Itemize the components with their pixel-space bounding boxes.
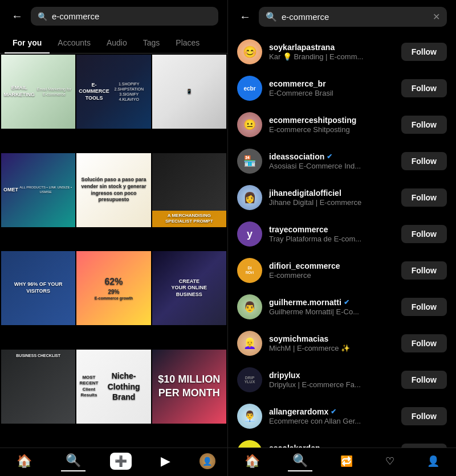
grid-item[interactable]: A MERCHANDISING SPECIALIST PROMPT [152, 153, 226, 227]
follow-button-shit[interactable]: Follow [401, 116, 447, 134]
follow-button-guilherme[interactable]: Follow [401, 298, 447, 316]
avatar-difiori[interactable]: DifiOri [237, 258, 262, 283]
follow-button-dripylux[interactable]: Follow [401, 371, 447, 389]
account-subtitle: Guilherme Mornatti| E-Co... [269, 307, 394, 316]
account-info-allan: allangerardomx ✔ Ecommerce con Allan Ger… [269, 407, 394, 425]
account-row-ecbr: ecbr ecommerce_br E-Commerce Brasil Foll… [228, 70, 456, 106]
home-nav-right[interactable]: 🏠 [240, 452, 264, 471]
tab-accounts[interactable]: Accounts [50, 32, 99, 53]
account-username[interactable]: allangerardomx ✔ [269, 407, 394, 416]
profile-nav-right[interactable]: 👤 [422, 453, 444, 470]
follow-button-allan[interactable]: Follow [401, 407, 447, 425]
account-username[interactable]: ideassociation ✔ [269, 152, 394, 161]
search-icon-right: 🔍 [266, 11, 277, 22]
follow-button-ideas[interactable]: Follow [401, 152, 447, 170]
follow-button-difiori[interactable]: Follow [401, 261, 447, 280]
account-username[interactable]: ecommerce_br [269, 79, 394, 88]
grid-item[interactable]: WHY 96% OF YOUR VISITORS [1, 251, 75, 325]
account-info-jihan: jihanedigitalofficiel Jihane Digital | E… [269, 188, 394, 207]
grid-item[interactable]: Solución paso a paso para vender sin sto… [76, 153, 150, 227]
avatar-dripylux[interactable]: DRIPYLUX [237, 367, 262, 392]
avatar-soykarla[interactable]: 😊 [237, 39, 262, 64]
grid-item-label: A MERCHANDISING SPECIALIST PROMPT [152, 211, 226, 227]
tab-tags[interactable]: Tags [135, 32, 168, 53]
activity-nav-right[interactable]: 🔁 [336, 453, 357, 470]
account-username[interactable]: jihanedigitalofficiel [269, 188, 394, 198]
avatar-escola[interactable]: K [237, 440, 262, 448]
account-subtitle: Kar 💡 Branding | E-comm... [269, 52, 394, 61]
follow-button-tray[interactable]: Follow [401, 225, 447, 243]
reels-nav-icon[interactable]: ▶ [156, 452, 175, 471]
account-row-allan: 👨‍💼 allangerardomx ✔ Ecommerce con Allan… [228, 398, 456, 434]
account-username[interactable]: ecommerceshitposting [269, 116, 394, 125]
account-subtitle: MichM | E-commerce ✨ [269, 344, 394, 352]
follow-button-escola[interactable]: Follow [401, 444, 447, 448]
right-back-button[interactable]: ← [237, 10, 253, 23]
grid-item[interactable]: BUSINESS CHECKLIST [1, 350, 75, 424]
tab-places[interactable]: Places [168, 32, 207, 53]
right-header: ← 🔍 ✕ [228, 0, 456, 34]
accounts-list: 😊 soykarlapastrana Kar 💡 Branding | E-co… [228, 34, 456, 448]
left-search-bar: 🔍 [31, 7, 218, 26]
account-username[interactable]: escolakarden [269, 444, 394, 448]
clear-search-button[interactable]: ✕ [433, 11, 440, 22]
account-username[interactable]: soykarlapastrana [269, 43, 394, 52]
avatar-soymich[interactable]: 👱‍♀️ [237, 331, 262, 356]
grid-item-label: E-COMMERCETOOLS1.SHOPIFY 2.SHIPSTATION 3… [76, 55, 150, 129]
grid-item-label: 62% 29% E-commerce growth [76, 251, 150, 325]
left-panel: ← 🔍 For you Accounts Audio Tags Places E… [0, 0, 228, 476]
grid-item-label: EMAIL MARKETINGEmail Marketing for E-com… [1, 55, 75, 129]
tab-audio[interactable]: Audio [99, 32, 135, 53]
grid-item-label: 📱 [152, 55, 226, 129]
grid-item-label: Solución paso a paso para vender sin sto… [76, 153, 150, 227]
left-header: ← 🔍 [0, 0, 227, 32]
grid-item[interactable]: EMAIL MARKETINGEmail Marketing for E-com… [1, 55, 75, 129]
avatar-ecbr[interactable]: ecbr [237, 76, 262, 101]
avatar-guilherme[interactable]: 👨 [237, 294, 262, 319]
follow-button-ecbr[interactable]: Follow [401, 79, 447, 97]
search-nav-right[interactable]: 🔍 [288, 451, 312, 471]
left-back-button[interactable]: ← [9, 10, 25, 23]
follow-button-soymich[interactable]: Follow [401, 334, 447, 352]
grid-item[interactable]: CREATEYOUR ONLINEBUSINESS [152, 251, 226, 325]
follow-button-jihan[interactable]: Follow [401, 188, 447, 207]
profile-nav-icon[interactable]: 👤 [199, 453, 215, 469]
avatar-tray[interactable]: y [237, 221, 262, 247]
left-bottom-nav: 🏠 🔍 ➕ ▶ 👤 [0, 448, 227, 476]
account-subtitle: E-commerce Shitposting [269, 125, 394, 134]
account-info-dripylux: dripylux Dripylux | E-commerce Fa... [269, 371, 394, 389]
home-nav-icon[interactable]: 🏠 [12, 452, 36, 471]
grid-item[interactable]: OMETALL PRODUCTS • LINK UNSIZE • USMSE [1, 153, 75, 227]
account-username[interactable]: guilherme.mornatti ✔ [269, 298, 394, 307]
avatar-shit[interactable]: 😐 [237, 112, 262, 137]
avatar-allan[interactable]: 👨‍💼 [237, 404, 262, 429]
avatar-ideas[interactable]: 🏪 [237, 149, 262, 174]
follow-button-soykarla[interactable]: Follow [401, 43, 447, 61]
grid-item[interactable]: 📱 [152, 55, 226, 129]
account-username[interactable]: soymichmacias [269, 334, 394, 343]
left-search-input[interactable] [52, 11, 211, 21]
search-nav-icon[interactable]: 🔍 [61, 451, 85, 471]
account-username[interactable]: dripylux [269, 371, 394, 380]
account-username[interactable]: difiori_ecommerce [269, 261, 394, 270]
account-username[interactable]: trayecommerce [269, 225, 394, 234]
verified-badge: ✔ [344, 298, 349, 306]
account-info-guilherme: guilherme.mornatti ✔ Guilherme Mornatti|… [269, 298, 394, 316]
account-subtitle: E-Commerce Brasil [269, 89, 394, 97]
account-subtitle: Tray Plataforma de E-com... [269, 235, 394, 243]
avatar-jihan[interactable]: 👩 [237, 185, 262, 210]
account-row-jihan: 👩 jihanedigitalofficiel Jihane Digital |… [228, 179, 456, 216]
like-nav-right[interactable]: ♡ [381, 453, 399, 470]
tab-for-you[interactable]: For you [5, 32, 50, 53]
right-search-input[interactable] [282, 12, 428, 22]
account-info-shit: ecommerceshitposting E-commerce Shitpost… [269, 116, 394, 134]
right-panel: ← 🔍 ✕ 😊 soykarlapastrana Kar 💡 Branding … [228, 0, 456, 476]
grid-item[interactable]: $10 MILLIONPER MONTH [152, 350, 226, 424]
add-nav-icon[interactable]: ➕ [110, 453, 132, 470]
account-subtitle: Ecommerce con Allan Ger... [269, 417, 394, 425]
grid-item[interactable]: MOST RECENTClient ResultsNiche-Clothing … [76, 350, 150, 424]
grid-item[interactable]: E-COMMERCETOOLS1.SHOPIFY 2.SHIPSTATION 3… [76, 55, 150, 129]
grid-item-label: CREATEYOUR ONLINEBUSINESS [152, 251, 226, 325]
account-info-escola: escolakarden Escola Karden | Especializ.… [269, 444, 394, 448]
grid-item[interactable]: 62% 29% E-commerce growth [76, 251, 150, 325]
